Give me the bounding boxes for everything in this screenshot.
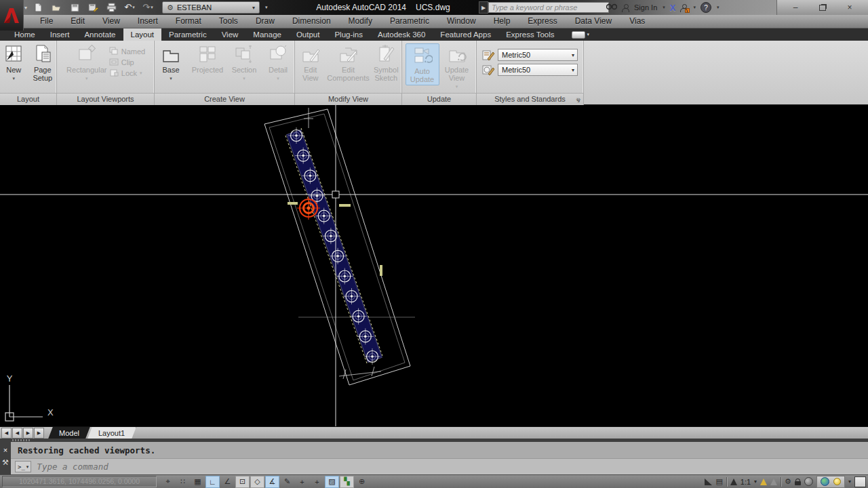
ribbon-overflow-icon[interactable]: » <box>576 95 580 103</box>
restore-button[interactable] <box>814 3 831 13</box>
plot-button[interactable] <box>104 1 118 14</box>
tab-manage[interactable]: Manage <box>245 28 289 41</box>
toggle-infer-constraints[interactable]: ⌖ <box>161 476 175 488</box>
application-menu-button[interactable] <box>0 0 24 30</box>
minimize-button[interactable]: – <box>787 3 804 13</box>
annotation-scale-icon[interactable] <box>730 479 737 485</box>
new-file-button[interactable] <box>31 1 45 14</box>
command-input[interactable] <box>35 461 868 472</box>
tab-featured-apps[interactable]: Featured Apps <box>433 28 498 41</box>
autodesk360-user-icon[interactable] <box>680 4 688 12</box>
tab-layout[interactable]: Layout <box>123 28 162 41</box>
quick-view-layouts-icon[interactable]: ▤ <box>715 477 722 486</box>
redo-caret-icon[interactable]: ▾ <box>151 5 153 10</box>
menu-dimension[interactable]: Dimension <box>283 15 340 28</box>
auto-update-toggle[interactable]: Auto Update <box>406 43 439 85</box>
edit-view-button[interactable]: Edit View <box>295 43 326 82</box>
tab-last-button[interactable]: ▶ <box>34 428 44 439</box>
dimension-style-select[interactable]: Metric50 ▾ <box>498 49 578 61</box>
toggle-object-snap[interactable]: ⊡ <box>235 476 250 488</box>
model-paper-toggle-icon[interactable] <box>705 479 712 485</box>
layout1-tab[interactable]: Layout1 <box>87 427 136 439</box>
menu-insert[interactable]: Insert <box>129 15 167 28</box>
undo-caret-icon[interactable]: ▾ <box>132 5 135 10</box>
command-prompt-button[interactable]: >_ ▾ <box>15 461 31 472</box>
base-view-button[interactable]: Base ▾ <box>155 43 187 83</box>
workspace-gear-icon[interactable]: ⚙ <box>785 477 791 486</box>
toggle-object-snap-tracking[interactable]: ∡ <box>265 476 279 488</box>
save-as-button[interactable] <box>86 1 100 14</box>
clip-viewport-button[interactable]: Clip <box>109 58 145 66</box>
annotation-scale-value[interactable]: 1:1 <box>741 478 751 486</box>
new-layout-button[interactable]: New ▾ <box>0 43 28 83</box>
menu-view[interactable]: View <box>94 15 129 28</box>
tab-prev-button[interactable]: ◀ <box>12 428 22 439</box>
toggle-ortho-mode[interactable]: ∟ <box>205 476 220 488</box>
toggle-polar-tracking[interactable]: ∠ <box>220 476 235 488</box>
drawing-canvas[interactable]: Y X <box>0 105 868 426</box>
auto-annotation-scale-icon[interactable] <box>770 479 777 485</box>
isolate-lightbulb-icon[interactable] <box>833 478 841 485</box>
menu-help[interactable]: Help <box>485 15 519 28</box>
search-input[interactable] <box>488 2 609 13</box>
menu-window[interactable]: Window <box>438 15 485 28</box>
tab-plugins[interactable]: Plug-ins <box>327 28 370 41</box>
toggle-selection-cycling[interactable]: ⊕ <box>355 476 369 488</box>
toggle-snap-mode[interactable]: ∷ <box>176 476 190 488</box>
help-button[interactable]: ? <box>701 2 711 13</box>
annotation-visibility-icon[interactable] <box>760 479 767 485</box>
annotation-scale-caret-icon[interactable]: ▾ <box>754 479 757 485</box>
lock-viewport-button[interactable]: Lock ▾ <box>109 68 145 77</box>
toggle-quick-properties[interactable]: ▚ <box>340 476 354 488</box>
tab-annotate[interactable]: Annotate <box>77 28 123 41</box>
command-grip-handle[interactable] <box>12 439 30 441</box>
wrench-icon[interactable]: ⚒ <box>2 459 9 466</box>
menu-data-view[interactable]: Data View <box>566 15 620 28</box>
model-tab[interactable]: Model <box>48 427 90 439</box>
toggle-dynamic-ucs[interactable]: ✎ <box>280 476 294 488</box>
toggle-transparency[interactable]: ▨ <box>325 476 339 488</box>
projected-view-button[interactable]: Projected <box>189 43 226 74</box>
redo-button[interactable]: ↷▾ <box>141 1 155 14</box>
update-view-button[interactable]: Update View ▾ <box>441 43 473 91</box>
hardware-acceleration-icon[interactable] <box>821 477 829 486</box>
section-view-button[interactable]: Section ▾ <box>228 43 260 83</box>
sign-in-button[interactable]: Sign In <box>634 3 657 12</box>
search-go-icon[interactable]: ▶ <box>479 1 488 14</box>
menu-draw[interactable]: Draw <box>247 15 283 28</box>
detail-view-button[interactable]: Detail ▾ <box>262 43 294 83</box>
menu-express[interactable]: Express <box>519 15 566 28</box>
menu-modify[interactable]: Modify <box>340 15 381 28</box>
autodesk360-caret-icon[interactable]: ▾ <box>693 5 696 10</box>
menu-file[interactable]: File <box>31 15 62 28</box>
toggle-3d-object-snap[interactable]: ◇ <box>250 476 264 488</box>
isolate-objects-icon[interactable] <box>804 477 813 486</box>
open-file-button[interactable] <box>50 1 63 14</box>
search-binoculars-button[interactable] <box>606 1 617 14</box>
clean-screen-button[interactable] <box>854 476 866 487</box>
symbol-sketch-button[interactable]: Symbol Sketch <box>371 43 402 82</box>
menu-vias[interactable]: Vias <box>620 15 654 28</box>
lock-ui-icon[interactable] <box>795 479 801 485</box>
tab-first-button[interactable]: ◀ <box>1 428 12 439</box>
coordinates-display[interactable]: 1020471.3616, 1074496.0256, 0.0000 <box>2 476 157 487</box>
save-button[interactable] <box>68 1 81 14</box>
tab-express-tools[interactable]: Express Tools <box>498 28 561 41</box>
tab-insert[interactable]: Insert <box>43 28 77 41</box>
toggle-grid-display[interactable]: ▦ <box>191 476 205 488</box>
qat-customize-caret-icon[interactable]: ▾ <box>265 5 268 10</box>
page-setup-button[interactable]: Page Setup <box>29 43 57 82</box>
sign-in-caret-icon[interactable]: ▾ <box>663 5 665 10</box>
named-viewport-button[interactable]: Named <box>109 47 145 56</box>
toggle-dynamic-input[interactable]: + <box>295 476 309 488</box>
undo-button[interactable]: ↶▾ <box>123 1 136 14</box>
tab-autodesk360[interactable]: Autodesk 360 <box>370 28 433 41</box>
menu-edit[interactable]: Edit <box>62 15 94 28</box>
help-caret-icon[interactable]: ▾ <box>717 5 719 10</box>
command-close-icon[interactable]: × <box>3 447 7 453</box>
menu-format[interactable]: Format <box>167 15 210 28</box>
menu-tools[interactable]: Tools <box>210 15 247 28</box>
status-menu-caret-icon[interactable]: ▾ <box>848 479 851 485</box>
exchange-apps-icon[interactable]: X <box>670 3 676 13</box>
tab-view[interactable]: View <box>214 28 246 41</box>
